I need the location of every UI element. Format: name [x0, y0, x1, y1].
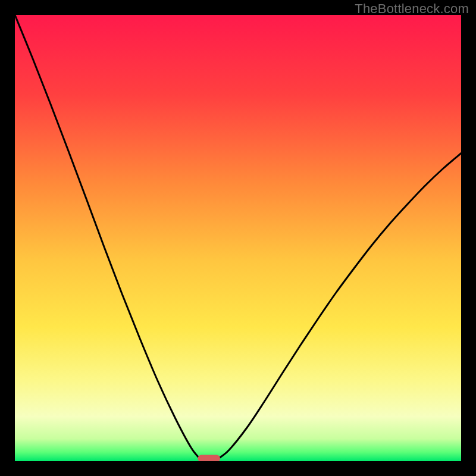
watermark-text: TheBottleneck.com	[355, 1, 469, 17]
bottleneck-chart	[15, 15, 461, 461]
min-marker	[198, 455, 221, 462]
chart-background	[15, 15, 461, 461]
chart-frame	[15, 15, 461, 461]
